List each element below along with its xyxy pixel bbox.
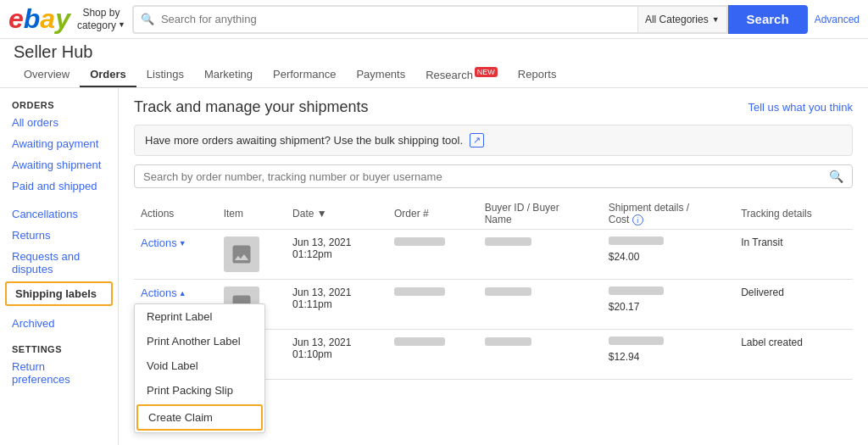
new-badge: NEW	[475, 67, 498, 77]
feedback-link[interactable]: Tell us what you think	[748, 101, 853, 114]
actions-button-1[interactable]: Actions ▼	[141, 236, 210, 249]
blurred-shipment	[609, 236, 664, 245]
seller-hub-nav: Seller Hub Overview Orders Listings Mark…	[0, 39, 868, 88]
row2-date: Jun 13, 202101:11pm	[286, 280, 387, 330]
ebay-logo[interactable]: e b a y	[8, 3, 70, 35]
blurred-buyer	[485, 237, 531, 246]
tab-marketing[interactable]: Marketing	[194, 64, 263, 87]
main-layout: ORDERS All orders Awaiting payment Await…	[0, 88, 868, 445]
external-link-icon[interactable]: ↗	[470, 133, 484, 147]
row1-order	[387, 230, 478, 280]
blurred-order	[394, 337, 445, 346]
advanced-link[interactable]: Advanced	[815, 14, 860, 25]
col-order: Order #	[387, 198, 478, 230]
sidebar-item-returns[interactable]: Returns	[0, 225, 118, 246]
tab-research[interactable]: ResearchNEW	[415, 64, 508, 87]
seller-hub-tabs: Overview Orders Listings Marketing Perfo…	[14, 64, 854, 87]
row3-cost: $12.94	[609, 351, 727, 363]
row3-buyer	[478, 330, 602, 380]
col-shipment: Shipment details /Cost i	[602, 198, 734, 230]
bulk-shipping-banner: Have more orders awaiting shipment? Use …	[134, 125, 853, 156]
order-search-input[interactable]	[143, 170, 829, 183]
tab-orders[interactable]: Orders	[80, 64, 136, 87]
sidebar-item-archived[interactable]: Archived	[0, 313, 118, 334]
table-row: Actions ▼ Jun 13, 202101:12pm	[134, 230, 853, 280]
sidebar-item-all-orders[interactable]: All orders	[0, 112, 118, 133]
col-item: Item	[217, 198, 286, 230]
row2-buyer	[478, 280, 602, 330]
search-input[interactable]	[161, 7, 637, 32]
sidebar-item-requests-disputes[interactable]: Requests and disputes	[0, 246, 118, 280]
tab-payments[interactable]: Payments	[346, 64, 415, 87]
row2-cost: $20.17	[609, 301, 727, 313]
actions-button-2[interactable]: Actions ▲	[141, 286, 210, 299]
logo-a: a	[40, 3, 55, 35]
bulk-shipping-text: Have more orders awaiting shipment? Use …	[145, 134, 463, 147]
category-label: category	[77, 19, 116, 31]
col-buyer: Buyer ID / BuyerName	[478, 198, 602, 230]
table-row: Actions ▲ Reprint Label Print Another La…	[134, 280, 853, 330]
row1-status: In Transit	[734, 230, 853, 280]
tab-performance[interactable]: Performance	[263, 64, 346, 87]
sidebar-section-orders: ORDERS	[0, 95, 118, 112]
row1-date: Jun 13, 202101:12pm	[286, 230, 387, 280]
header: e b a y Shop by category ▼ 🔍 All Categor…	[0, 0, 868, 39]
info-icon[interactable]: i	[632, 214, 643, 225]
logo-e: e	[8, 3, 24, 35]
shop-by-label: Shop by	[82, 7, 120, 19]
dropdown-item-void[interactable]: Void Label	[135, 353, 264, 378]
tab-overview[interactable]: Overview	[14, 64, 80, 87]
search-container: 🔍 All Categories ▼ Search	[132, 5, 808, 34]
blurred-buyer	[485, 337, 531, 346]
row1-buyer	[478, 230, 602, 280]
col-date: Date ▼	[286, 198, 387, 230]
search-icon: 🔍	[134, 7, 161, 32]
row2-order	[387, 280, 478, 330]
row1-item	[217, 230, 286, 280]
row1-cost: $24.00	[609, 251, 727, 263]
sidebar-section-settings: SETTINGS	[0, 339, 118, 356]
blurred-order	[394, 287, 445, 296]
shop-by-button[interactable]: Shop by category ▼	[77, 7, 125, 31]
category-select-label: All Categories	[645, 14, 709, 25]
sidebar-item-awaiting-payment[interactable]: Awaiting payment	[0, 133, 118, 154]
chevron-down-icon: ▼	[118, 20, 125, 30]
sidebar-item-paid-shipped[interactable]: Paid and shipped	[0, 175, 118, 197]
page-title: Track and manage your shipments	[134, 98, 368, 116]
sidebar-item-awaiting-shipment[interactable]: Awaiting shipment	[0, 154, 118, 175]
search-button[interactable]: Search	[728, 5, 808, 34]
orders-table: Actions Item Date ▼ Order # Buyer ID / B…	[134, 198, 853, 380]
sort-icon: ▼	[317, 208, 327, 220]
row1-actions: Actions ▼	[134, 230, 217, 280]
tab-listings[interactable]: Listings	[136, 64, 194, 87]
blurred-order	[394, 237, 445, 246]
col-actions: Actions	[134, 198, 217, 230]
row3-date: Jun 13, 202101:10pm	[286, 330, 387, 380]
sidebar-item-shipping-labels[interactable]: Shipping labels	[5, 281, 113, 306]
order-search-bar: 🔍	[134, 164, 853, 188]
search-icon: 🔍	[829, 170, 843, 183]
row3-order	[387, 330, 478, 380]
sidebar-item-cancellations[interactable]: Cancellations	[0, 203, 118, 225]
sidebar-item-return-preferences[interactable]: Return preferences	[0, 356, 118, 390]
chevron-up-icon: ▲	[179, 289, 186, 298]
row3-status: Label created	[734, 330, 853, 380]
content-header: Track and manage your shipments Tell us …	[134, 98, 853, 116]
category-dropdown[interactable]: All Categories ▼	[637, 7, 726, 32]
item-thumbnail	[224, 236, 259, 272]
tab-reports[interactable]: Reports	[508, 64, 567, 87]
chevron-down-icon: ▼	[712, 15, 720, 24]
dropdown-item-reprint[interactable]: Reprint Label	[135, 304, 264, 329]
logo-y: y	[55, 3, 70, 35]
row2-actions: Actions ▲ Reprint Label Print Another La…	[134, 280, 217, 330]
chevron-down-icon: ▼	[179, 239, 186, 248]
dropdown-item-packing-slip[interactable]: Print Packing Slip	[135, 378, 264, 403]
row2-shipment: $20.17	[602, 280, 734, 330]
content-area: Track and manage your shipments Tell us …	[119, 88, 868, 445]
dropdown-item-print-another[interactable]: Print Another Label	[135, 329, 264, 353]
item-image-icon	[230, 242, 253, 266]
dropdown-item-create-claim[interactable]: Create Claim	[136, 404, 263, 431]
sidebar: ORDERS All orders Awaiting payment Await…	[0, 88, 119, 445]
col-tracking: Tracking details	[734, 198, 853, 230]
row3-shipment: $12.94	[602, 330, 734, 380]
